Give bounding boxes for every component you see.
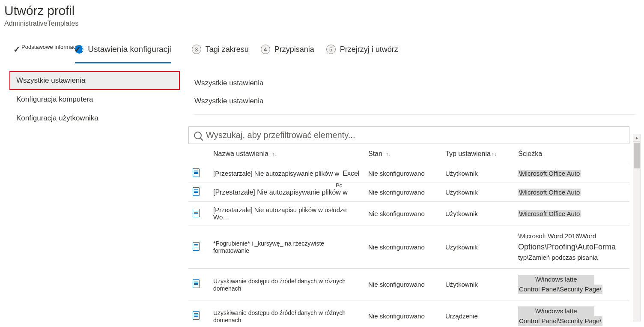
setting-name: [Przestarzałe] Nie autozapisu plików w u… <box>213 206 347 221</box>
table-row[interactable]: [Przestarzałe] Nie autozapisywanie plikó… <box>188 183 629 202</box>
setting-state: Nie skonfigurowano <box>364 300 441 327</box>
step-config[interactable]: 2 Ustawienia konfiguracji <box>75 45 171 58</box>
document-icon <box>193 209 200 217</box>
step-review[interactable]: 5 Przejrzyj i utwórz <box>326 45 398 54</box>
sidebar-item-user-config[interactable]: Konfiguracja użytkownika <box>9 109 180 128</box>
setting-type: Użytkownik <box>441 183 514 202</box>
setting-state: Nie skonfigurowano <box>364 269 441 300</box>
scrollbar[interactable] <box>633 141 641 321</box>
setting-name: [Przestarzałe] Nie autozapisywanie plikó… <box>213 189 348 196</box>
setting-state: Nie skonfigurowano <box>364 183 441 202</box>
setting-type: Użytkownik <box>441 202 514 225</box>
step-scope-tags[interactable]: 3 Tagi zakresu <box>192 45 249 54</box>
sort-icon[interactable]: ↑↓ <box>272 151 277 157</box>
setting-path: \Microsoft Office Auto <box>518 210 581 217</box>
setting-name: *Pogrubienie* i _kursywę_ na rzeczywiste… <box>213 240 324 254</box>
step-assignments[interactable]: 4 Przypisania <box>261 45 314 54</box>
table-row[interactable]: [Przestarzałe] Nie autozapisywanie plikó… <box>188 164 629 183</box>
setting-suffix: Po <box>336 182 343 189</box>
setting-type: Urządzenie <box>441 300 514 327</box>
step-review-label: Przejrzyj i utwórz <box>340 45 398 54</box>
setting-path: typ\Zamień podczas pisania <box>518 254 598 261</box>
search-input[interactable] <box>206 130 624 140</box>
breadcrumb-line: Wszystkie ustawienia <box>194 75 644 93</box>
setting-path: \Windows latte <box>518 306 594 316</box>
setting-path: Control Panel\Security Page\ <box>518 285 602 294</box>
breadcrumb: Wszystkie ustawienia Wszystkie ustawieni… <box>188 71 644 120</box>
sidebar-item-all-settings[interactable]: Wszystkie ustawienia <box>9 71 180 90</box>
checkmark-icon <box>12 45 21 54</box>
setting-path: Control Panel\Security Page\ <box>518 316 602 326</box>
breadcrumb-line: Wszystkie ustawienia <box>194 93 635 114</box>
document-icon <box>193 168 200 177</box>
step-number-icon: 2 <box>75 45 83 54</box>
table-row[interactable]: Uzyskiwanie dostępu do źródeł danych w r… <box>188 300 629 327</box>
step-scope-label: Tagi zakresu <box>206 45 249 54</box>
setting-path: \Microsoft Office Auto <box>518 170 581 177</box>
page-subtitle: AdministrativeTemplates <box>4 20 640 27</box>
setting-suffix: Excel <box>343 170 359 177</box>
setting-path: \Microsoft Word 2016\Word <box>518 232 596 240</box>
step-number-icon: 5 <box>326 45 336 54</box>
step-config-label: Ustawienia konfiguracji <box>88 45 171 54</box>
setting-state: Nie skonfigurowano <box>364 164 441 183</box>
table-row[interactable]: Uzyskiwanie dostępu do źródeł danych w r… <box>188 269 629 300</box>
step-number-icon: 4 <box>261 45 270 54</box>
settings-tree: Wszystkie ustawienia Konfiguracja komput… <box>0 71 180 327</box>
setting-path: Options\Proofing\AutoForma <box>518 243 616 251</box>
setting-path: \Windows latte <box>518 275 594 285</box>
scroll-up-icon[interactable]: ▲ <box>633 134 641 141</box>
sidebar-item-label: Wszystkie ustawienia <box>16 76 86 84</box>
document-icon <box>193 187 200 196</box>
setting-name: Uzyskiwanie dostępu do źródeł danych w r… <box>213 309 346 324</box>
document-icon <box>193 279 200 288</box>
column-header-name[interactable]: Nazwa ustawienia↑↓ <box>209 144 364 164</box>
step-number-icon: 3 <box>192 45 201 54</box>
step-basics-label[interactable]: Podstawowe informacje <box>21 44 80 50</box>
sidebar-item-label: Konfiguracja użytkownika <box>16 114 98 122</box>
setting-type: Użytkownik <box>441 164 514 183</box>
setting-name: Uzyskiwanie dostępu do źródeł danych w r… <box>213 278 346 292</box>
sort-icon[interactable]: ↑↓ <box>492 151 497 157</box>
search-icon <box>194 132 202 139</box>
scrollbar-thumb[interactable] <box>634 143 640 168</box>
page-title: Utwórz profil <box>4 3 640 18</box>
column-header-type[interactable]: Typ ustawienia↑↓ <box>441 144 514 164</box>
setting-state: Nie skonfigurowano <box>364 225 441 269</box>
column-header-state[interactable]: Stan↑↓ <box>364 144 441 164</box>
table-row[interactable]: [Przestarzałe] Nie autozapisu plików w u… <box>188 202 629 225</box>
setting-name: [Przestarzałe] Nie autozapisywanie plikó… <box>213 170 339 177</box>
sidebar-item-computer-config[interactable]: Konfiguracja komputera <box>9 90 180 109</box>
setting-type: Użytkownik <box>441 269 514 300</box>
search-box[interactable] <box>188 126 629 144</box>
setting-type: Użytkownik <box>441 225 514 269</box>
table-row[interactable]: *Pogrubienie* i _kursywę_ na rzeczywiste… <box>188 225 629 269</box>
column-header-path[interactable]: Ścieżka <box>514 144 629 164</box>
setting-state: Nie skonfigurowano <box>364 202 441 225</box>
step-assignments-label: Przypisania <box>274 45 314 54</box>
wizard-stepper: Podstawowe informacje 2 Ustawienia konfi… <box>0 27 644 54</box>
document-icon <box>193 242 200 251</box>
setting-path: \Microsoft Office Auto <box>518 189 581 196</box>
sort-icon[interactable]: ↑↓ <box>386 151 391 157</box>
settings-table: Nazwa ustawienia↑↓ Stan↑↓ Typ ustawienia… <box>188 144 629 327</box>
sidebar-item-label: Konfiguracja komputera <box>16 95 93 103</box>
document-icon <box>193 311 200 320</box>
